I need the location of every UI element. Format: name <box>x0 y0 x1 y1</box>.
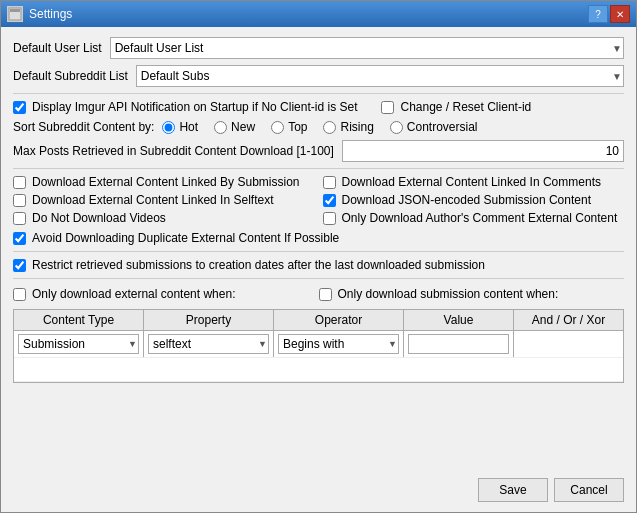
no-download-videos-row: Do Not Download Videos <box>13 211 315 225</box>
divider-4 <box>13 278 624 279</box>
help-button[interactable]: ? <box>588 5 608 23</box>
footer: Save Cancel <box>1 470 636 512</box>
filter-property-dropdown[interactable]: selftext title url <box>148 334 269 354</box>
imgur-api-checkbox[interactable] <box>13 101 26 114</box>
title-bar: Settings ? ✕ <box>1 1 636 27</box>
sort-controversial-radio[interactable] <box>390 121 403 134</box>
only-author-comment-checkbox[interactable] <box>323 212 336 225</box>
header-operator: Operator <box>274 310 404 330</box>
sort-label: Sort Subreddit Content by: <box>13 120 154 134</box>
download-json-label: Download JSON-encoded Submission Content <box>342 193 591 207</box>
restrict-submissions-row: Restrict retrieved submissions to creati… <box>13 258 624 272</box>
filter-table: Content Type Property Operator Value And… <box>13 309 624 383</box>
change-reset-client-checkbox-group: Change / Reset Client-id <box>381 100 531 114</box>
divider-3 <box>13 251 624 252</box>
sort-controversial-label: Controversial <box>407 120 478 134</box>
header-property: Property <box>144 310 274 330</box>
only-download-external-cell: Only download external content when: <box>13 285 319 303</box>
download-external-submission-label: Download External Content Linked By Subm… <box>32 175 299 189</box>
default-subreddit-list-label: Default Subreddit List <box>13 69 128 83</box>
only-download-submission-label: Only download submission content when: <box>338 287 559 301</box>
only-download-submission-checkbox[interactable] <box>319 288 332 301</box>
only-download-external-label: Only download external content when: <box>32 287 235 301</box>
sort-hot-label: Hot <box>179 120 198 134</box>
default-user-list-dropdown-container: Default User List ▼ <box>110 37 624 59</box>
filter-property-cell: selftext title url ▼ <box>144 331 274 357</box>
avoid-duplicate-label: Avoid Downloading Duplicate External Con… <box>32 231 339 245</box>
imgur-api-row: Display Imgur API Notification on Startu… <box>13 100 624 114</box>
sort-top-label: Top <box>288 120 307 134</box>
only-author-comment-row: Only Download Author's Comment External … <box>323 211 625 225</box>
imgur-api-label: Display Imgur API Notification on Startu… <box>32 100 357 114</box>
sort-new-label: New <box>231 120 255 134</box>
no-download-videos-label: Do Not Download Videos <box>32 211 166 225</box>
sort-controversial-option: Controversial <box>390 120 478 134</box>
change-reset-client-checkbox[interactable] <box>381 101 394 114</box>
default-user-list-row: Default User List Default User List ▼ <box>13 37 624 59</box>
filter-content-type-cell: Submission Comment ▼ <box>14 331 144 357</box>
settings-window: Settings ? ✕ Default User List Default U… <box>0 0 637 513</box>
sort-top-option: Top <box>271 120 307 134</box>
filter-table-row: Submission Comment ▼ selftext title url … <box>14 331 623 358</box>
default-user-list-dropdown[interactable]: Default User List <box>110 37 624 59</box>
default-subreddit-list-row: Default Subreddit List Default Subs ▼ <box>13 65 624 87</box>
download-selftext-checkbox[interactable] <box>13 194 26 207</box>
sort-top-radio[interactable] <box>271 121 284 134</box>
sort-new-radio[interactable] <box>214 121 227 134</box>
max-posts-row: Max Posts Retrieved in Subreddit Content… <box>13 140 624 162</box>
filter-and-or-xor-cell <box>514 331 623 357</box>
title-bar-left: Settings <box>7 6 72 22</box>
filter-empty-row-1 <box>14 358 623 382</box>
sort-rising-option: Rising <box>323 120 373 134</box>
only-download-external-checkbox[interactable] <box>13 288 26 301</box>
filter-operator-dropdown-wrap: Begins with Contains Ends with Equals ▼ <box>278 334 399 354</box>
save-button[interactable]: Save <box>478 478 548 502</box>
filter-operator-cell: Begins with Contains Ends with Equals ▼ <box>274 331 404 357</box>
download-selftext-row: Download External Content Linked In Self… <box>13 193 315 207</box>
filter-table-header: Content Type Property Operator Value And… <box>14 310 623 331</box>
filter-operator-dropdown[interactable]: Begins with Contains Ends with Equals <box>278 334 399 354</box>
download-external-comments-checkbox[interactable] <box>323 176 336 189</box>
download-json-checkbox[interactable] <box>323 194 336 207</box>
window-icon <box>7 6 23 22</box>
only-download-submission-cell: Only download submission content when: <box>319 285 625 303</box>
sort-rising-radio[interactable] <box>323 121 336 134</box>
max-posts-label: Max Posts Retrieved in Subreddit Content… <box>13 144 334 158</box>
window-title: Settings <box>29 7 72 21</box>
divider-2 <box>13 168 624 169</box>
default-user-list-label: Default User List <box>13 41 102 55</box>
default-subreddit-list-dropdown-container: Default Subs ▼ <box>136 65 624 87</box>
settings-content: Default User List Default User List ▼ De… <box>1 27 636 470</box>
default-subreddit-list-dropdown[interactable]: Default Subs <box>136 65 624 87</box>
svg-rect-1 <box>10 9 20 12</box>
avoid-duplicate-row: Avoid Downloading Duplicate External Con… <box>13 231 624 245</box>
restrict-submissions-label: Restrict retrieved submissions to creati… <box>32 258 485 272</box>
header-and-or-xor: And / Or / Xor <box>514 310 623 330</box>
sort-radio-group: Hot New Top Rising Controversial <box>162 120 477 134</box>
sort-hot-radio[interactable] <box>162 121 175 134</box>
filter-content-type-dropdown-wrap: Submission Comment ▼ <box>18 334 139 354</box>
sort-rising-label: Rising <box>340 120 373 134</box>
divider-1 <box>13 93 624 94</box>
title-bar-controls: ? ✕ <box>588 5 630 23</box>
sort-new-option: New <box>214 120 255 134</box>
download-external-comments-label: Download External Content Linked In Comm… <box>342 175 601 189</box>
imgur-api-checkbox-group: Display Imgur API Notification on Startu… <box>13 100 357 114</box>
max-posts-input[interactable] <box>342 140 624 162</box>
close-button[interactable]: ✕ <box>610 5 630 23</box>
header-content-type: Content Type <box>14 310 144 330</box>
only-author-comment-label: Only Download Author's Comment External … <box>342 211 618 225</box>
cancel-button[interactable]: Cancel <box>554 478 624 502</box>
download-json-row: Download JSON-encoded Submission Content <box>323 193 625 207</box>
filter-value-input[interactable] <box>408 334 509 354</box>
avoid-duplicate-checkbox[interactable] <box>13 232 26 245</box>
restrict-submissions-checkbox[interactable] <box>13 259 26 272</box>
filter-property-dropdown-wrap: selftext title url ▼ <box>148 334 269 354</box>
only-download-row: Only download external content when: Onl… <box>13 285 624 303</box>
download-external-submission-checkbox[interactable] <box>13 176 26 189</box>
filter-value-cell <box>404 331 514 357</box>
header-value: Value <box>404 310 514 330</box>
no-download-videos-checkbox[interactable] <box>13 212 26 225</box>
filter-content-type-dropdown[interactable]: Submission Comment <box>18 334 139 354</box>
download-external-comments-row: Download External Content Linked In Comm… <box>323 175 625 189</box>
